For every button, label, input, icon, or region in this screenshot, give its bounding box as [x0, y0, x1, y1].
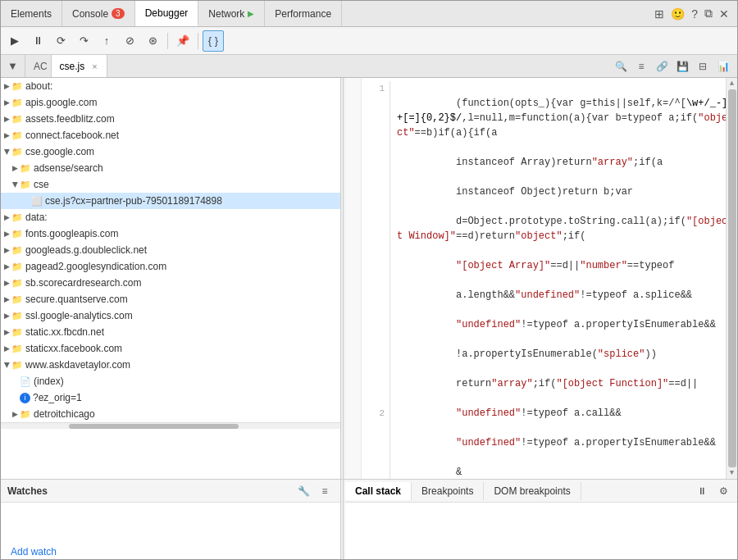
watches-expand-button[interactable]: 🔧: [294, 482, 312, 500]
tab-console[interactable]: Console 3: [62, 1, 135, 26]
tree-item-data[interactable]: ▶ 📁 data:: [1, 209, 340, 225]
file-tabs-bar: ▼ AC cse.js × 🔍 ≡ 🔗 💾 ⊟ 📊: [1, 55, 737, 78]
code-text: ==d)return: [456, 230, 515, 242]
pause-on-exception-button[interactable]: ⊛: [142, 30, 163, 52]
string-literal: "undefined": [456, 437, 521, 448]
tree-item-label: connect.facebook.net: [25, 130, 119, 141]
folder-icon: 📁: [11, 311, 23, 321]
tree-item-label: ?ez_orig=1: [33, 392, 82, 403]
callstack-tab-dom-breakpoints[interactable]: DOM breakpoints: [484, 482, 581, 500]
pause-button[interactable]: ⏸: [27, 30, 48, 52]
tree-item-pagead2[interactable]: ▶ 📁 pagead2.googlesyndication.com: [1, 258, 340, 275]
folder-icon: 📁: [11, 344, 23, 354]
js-file-icon: ⬜: [31, 196, 43, 207]
tree-item-cse[interactable]: ▶ 📁 cse: [1, 176, 340, 193]
emoji-icon[interactable]: 🙂: [671, 7, 685, 20]
tree-item-googleads[interactable]: ▶ 📁 googleads.g.doubleclick.net: [1, 242, 340, 258]
step-out-button[interactable]: ↑: [96, 30, 117, 52]
resume-button[interactable]: ▶: [4, 30, 25, 52]
tab-performance[interactable]: Performance: [265, 1, 342, 26]
tree-item-static-fbcdn[interactable]: ▶ 📁 static.xx.fbcdn.net: [1, 324, 340, 340]
callstack-settings-button[interactable]: ⚙: [714, 482, 732, 500]
code-lines: (function(opts_){var g=this||self,k=/^[\…: [390, 81, 737, 479]
folder-arrow-icon: ▼: [7, 60, 18, 72]
code-view-panel[interactable]: 1 2 (function(opts_){var g=this||self,k=…: [345, 78, 737, 479]
file-tab-label: AC: [25, 55, 52, 77]
callstack-tab-callstack[interactable]: Call stack: [345, 482, 412, 500]
folder-toggle-button[interactable]: ▼: [1, 55, 25, 77]
tree-arrow-icon: ▶: [3, 362, 11, 368]
string-literal: "undefined": [515, 289, 580, 301]
blackbox-button[interactable]: ⊟: [694, 57, 712, 75]
tree-item-staticxx-facebook[interactable]: ▶ 📁 staticxx.facebook.com: [1, 340, 340, 357]
tab-elements[interactable]: Elements: [1, 1, 62, 26]
scroll-up-button[interactable]: ▲: [730, 80, 734, 88]
tab-console-label: Console: [72, 8, 108, 20]
string-literal: "array": [491, 378, 532, 389]
tree-item-cse-google[interactable]: ▶ 📁 cse.google.com: [1, 143, 340, 160]
tree-horizontal-scrollbar[interactable]: [1, 422, 340, 429]
deactivate-button[interactable]: ⊘: [119, 30, 140, 52]
copy-link-button[interactable]: 🔗: [653, 57, 671, 75]
save-file-button[interactable]: 💾: [673, 57, 691, 75]
code-text: ==b)if(a){if(a: [415, 127, 498, 139]
tree-item-ez-orig[interactable]: ▶ i ?ez_orig=1: [1, 389, 340, 406]
add-watch-button[interactable]: Add watch: [7, 544, 60, 559]
folder-icon: 📁: [11, 114, 23, 125]
tree-item-secure-quantserve[interactable]: ▶ 📁 secure.quantserve.com: [1, 291, 340, 307]
watches-panel: Watches 🔧 ≡ Add watch: [1, 480, 341, 560]
step-into-button[interactable]: ↷: [73, 30, 94, 52]
tree-arrow-icon: ▶: [4, 262, 10, 271]
tree-arrow-icon: ▶: [4, 131, 10, 139]
file-tree-panel[interactable]: ▶ 📁 about: ▶ 📁 apis.google.com ▶ 📁 asset…: [1, 78, 341, 479]
format-button[interactable]: ≡: [632, 57, 650, 75]
tree-arrow-icon: ▶: [12, 410, 18, 418]
bracket-icon[interactable]: ⊞: [654, 7, 664, 20]
tree-item-sb-scorecard[interactable]: ▶ 📁 sb.scorecardresearch.com: [1, 275, 340, 291]
tree-item-askdavetaylor[interactable]: ▶ 📁 www.askdavetaylor.com: [1, 357, 340, 373]
network-play-icon: ▶: [248, 9, 254, 18]
tab-debugger[interactable]: Debugger: [135, 1, 199, 26]
scroll-thumb[interactable]: [728, 89, 736, 467]
pretty-print-button[interactable]: { }: [203, 30, 224, 52]
tree-item-apis-google[interactable]: ▶ 📁 apis.google.com: [1, 94, 340, 111]
tree-arrow-icon: ▶: [4, 82, 10, 90]
tree-hscroll-thumb[interactable]: [69, 424, 239, 429]
tab-network-label: Network: [208, 8, 244, 20]
tree-item-index[interactable]: ▶ 📄 (index): [1, 373, 340, 389]
tree-item-about[interactable]: ▶ 📁 about:: [1, 78, 340, 94]
chart-button[interactable]: 📊: [714, 57, 732, 75]
tree-item-detroitchicago[interactable]: ▶ 📁 detroitchicago: [1, 406, 340, 422]
tree-arrow-icon: ▶: [4, 312, 10, 320]
callstack-pause-button[interactable]: ⏸: [693, 482, 711, 500]
window-icon[interactable]: ⧉: [704, 7, 713, 20]
folder-icon: 📁: [11, 212, 23, 223]
question-icon[interactable]: ?: [691, 7, 698, 20]
tab-debugger-label: Debugger: [145, 7, 189, 19]
close-icon[interactable]: ✕: [719, 7, 729, 20]
search-in-file-button[interactable]: 🔍: [612, 57, 630, 75]
tree-item-assets-feedblitz[interactable]: ▶ 📁 assets.feedblitz.com: [1, 111, 340, 127]
code-text: !=typeof a.splice&&: [580, 289, 692, 301]
tree-item-adsense[interactable]: ▶ 📁 adsense/search: [1, 160, 340, 176]
vertical-scrollbar[interactable]: ▲ ▼: [726, 78, 737, 479]
tree-arrow-icon: ▶: [4, 230, 10, 238]
tab-network[interactable]: Network ▶: [198, 1, 265, 26]
tree-arrow-icon: ▶: [12, 164, 18, 172]
file-tab-close-button[interactable]: ×: [89, 61, 99, 72]
callstack-tab-breakpoints[interactable]: Breakpoints: [412, 482, 484, 500]
string-literal: "[object Function]": [556, 378, 668, 389]
scroll-down-button[interactable]: ▼: [730, 469, 734, 477]
watches-filter-button[interactable]: ≡: [316, 482, 334, 500]
tree-arrow-spacer: ▶: [12, 377, 18, 385]
tree-item-ssl-google-analytics[interactable]: ▶ 📁 ssl.google-analytics.com: [1, 307, 340, 324]
step-over-button[interactable]: ⟳: [50, 30, 71, 52]
tree-item-label: cse.google.com: [25, 146, 94, 157]
tree-item-cse-js[interactable]: ▶ ⬜ cse.js?cx=partner-pub-79501189174898: [1, 193, 340, 209]
add-watch-container: Add watch: [1, 543, 340, 560]
tree-item-connect-facebook[interactable]: ▶ 📁 connect.facebook.net: [1, 127, 340, 143]
tree-item-fonts-googleapis[interactable]: ▶ 📁 fonts.googleapis.com: [1, 225, 340, 242]
pin-button[interactable]: 📌: [172, 30, 194, 52]
file-tab-cse[interactable]: cse.js ×: [52, 55, 107, 77]
tree-arrow-icon: ▶: [4, 295, 10, 303]
